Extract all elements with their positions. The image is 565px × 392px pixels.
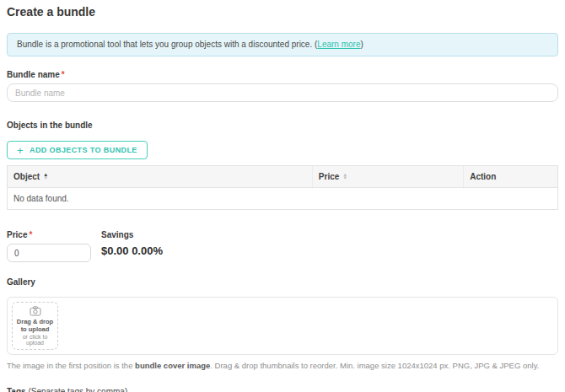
page-title: Create a bundle <box>7 5 558 19</box>
plus-icon: + <box>17 145 24 156</box>
sort-arrows-icon[interactable] <box>43 174 48 180</box>
add-objects-button-label: ADD OBJECTS TO BUNDLE <box>30 146 137 154</box>
column-header-object-label: Object <box>13 172 40 181</box>
gallery-label: Gallery <box>7 277 558 287</box>
objects-section-label: Objects in the bundle <box>7 121 558 130</box>
price-label-text: Price <box>7 230 27 239</box>
bundle-name-label-text: Bundle name <box>7 70 60 79</box>
column-header-price[interactable]: Price <box>313 166 464 187</box>
gallery-container: Drag & drop to upload or click to upload <box>7 297 558 355</box>
objects-table-header: Object Price Action <box>8 166 557 188</box>
column-header-price-label: Price <box>319 172 339 181</box>
upload-dropzone[interactable]: Drag & drop to upload or click to upload <box>12 302 58 350</box>
add-objects-to-bundle-button[interactable]: + ADD OBJECTS TO BUNDLE <box>7 141 148 159</box>
banner-text: Bundle is a promotional tool that lets y… <box>17 40 317 49</box>
info-banner: Bundle is a promotional tool that lets y… <box>7 33 558 56</box>
savings-value: $0.00 0.00% <box>101 244 163 257</box>
upload-text-primary: Drag & drop to upload <box>14 318 56 334</box>
image-upload-icon <box>30 306 41 316</box>
table-empty-row: No data found. <box>8 188 557 209</box>
required-asterisk: * <box>29 230 32 239</box>
tags-label: Tags (Separate tags by comma) <box>7 387 558 392</box>
gallery-caption: The image in the first position is the b… <box>7 361 558 370</box>
bundle-name-input[interactable] <box>7 83 558 102</box>
column-header-action-label: Action <box>470 172 496 181</box>
column-header-object[interactable]: Object <box>8 166 313 187</box>
upload-text-secondary: or click to upload <box>14 334 56 346</box>
tags-label-hint: (Separate tags by comma) <box>26 387 128 392</box>
price-input[interactable] <box>7 244 91 262</box>
bundle-name-label: Bundle name* <box>7 70 558 79</box>
savings-label: Savings <box>101 230 163 239</box>
tags-label-text: Tags <box>7 387 26 392</box>
gallery-caption-prefix: The image in the first position is the <box>7 361 135 370</box>
price-label: Price* <box>7 230 91 239</box>
required-asterisk: * <box>62 70 65 79</box>
banner-text-suffix: ) <box>360 40 363 49</box>
gallery-caption-suffix: . Drag & drop thumbnails to reorder. Min… <box>210 361 539 370</box>
sort-arrows-icon[interactable] <box>342 174 347 180</box>
learn-more-link[interactable]: Learn more <box>317 40 360 49</box>
objects-table: Object Price Action No data found. <box>7 165 558 210</box>
column-header-action: Action <box>464 166 557 187</box>
gallery-caption-bold: bundle cover image <box>135 361 210 370</box>
